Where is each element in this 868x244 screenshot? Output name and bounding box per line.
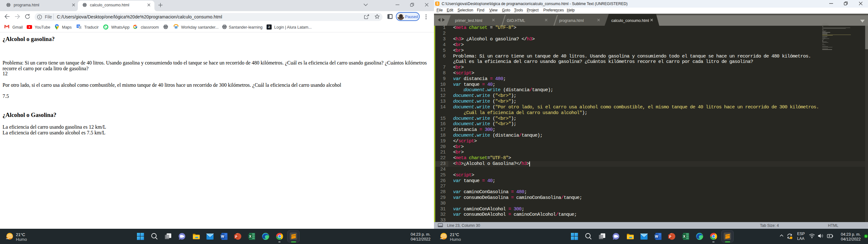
svg-text:W: W <box>175 25 178 29</box>
svg-text:X: X <box>249 235 251 238</box>
svg-text:W: W <box>655 235 658 238</box>
svg-text:P: P <box>669 235 671 238</box>
svg-text:P: P <box>235 235 237 238</box>
svg-text:文: 文 <box>79 26 82 29</box>
svg-text:X: X <box>683 235 685 238</box>
svg-text:W: W <box>221 235 224 238</box>
